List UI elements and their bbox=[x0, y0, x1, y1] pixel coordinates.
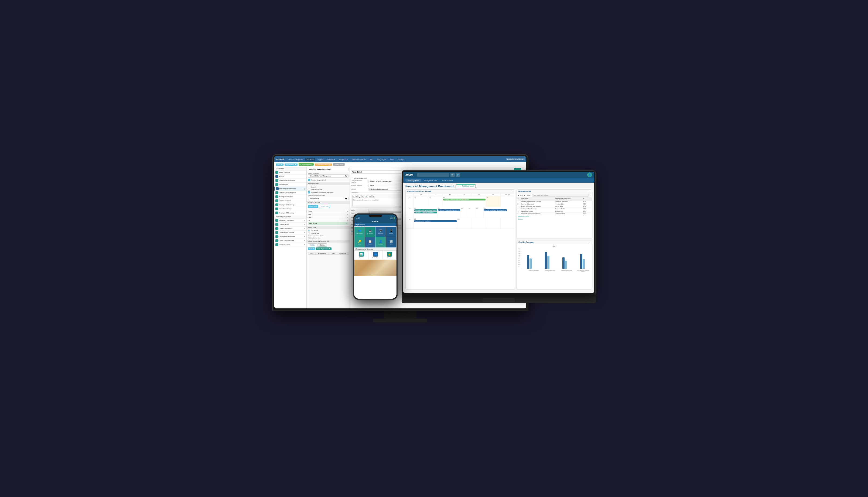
sidebar-item-onboarding[interactable]: Employee On-boarding bbox=[274, 203, 306, 207]
service-rating-checkbox[interactable]: ✓ Service rating enabled bbox=[308, 179, 348, 181]
sidebar-item-request-reimbursement[interactable]: Request Reimbursement ▲ bbox=[274, 187, 306, 191]
phone-management-item-people[interactable]: 👥 People Mgmt bbox=[368, 251, 382, 259]
phone-management-item-reports[interactable]: 📊 Reports bbox=[355, 251, 368, 259]
service-x-dining[interactable]: ✕ bbox=[347, 211, 348, 213]
cal-event-it-services[interactable]: CHG-001 / IT Services GDPR Day... bbox=[414, 212, 437, 213]
tab-background-data[interactable]: Background data bbox=[422, 179, 439, 182]
business-list-search[interactable] bbox=[532, 194, 588, 197]
unpublish-button[interactable]: ✕ Unpublish bbox=[333, 163, 345, 166]
table-row[interactable]: 3 Poteza Innovative Cloud Services Alank… bbox=[517, 205, 592, 208]
table-row[interactable]: 4 Anderssen Data Recovery Baumann Annika… bbox=[517, 208, 592, 210]
phone-grid-item-workspace[interactable]: 🖥️ Workspace bbox=[375, 227, 386, 237]
edit-dashboard-button[interactable]: ✏ ✏ Edit Dashboard bbox=[455, 184, 476, 188]
nav-tab-integrations[interactable]: Integrations bbox=[337, 158, 350, 161]
add-field-button[interactable]: Add ▼ bbox=[308, 247, 315, 250]
phone-management-item-security[interactable]: 🔒 Security bbox=[382, 251, 396, 259]
cal-event-ldap[interactable]: CHG-001 / LDAP Services GDPR Day... bbox=[414, 209, 437, 211]
cal-event-financial[interactable]: CHG-SSB / Financial Services GDPR... bbox=[438, 209, 460, 211]
support-channel-select[interactable]: Efecte HR Service Management bbox=[308, 174, 348, 178]
sidebar-x-icon[interactable]: ✕ bbox=[304, 244, 305, 246]
sidebar-x-icon[interactable]: ✕ bbox=[304, 227, 305, 230]
link-button[interactable]: 🔗 bbox=[365, 195, 368, 198]
sidebar-x-icon[interactable]: ✕ bbox=[304, 223, 305, 226]
sidebar-item-new-cost-center[interactable]: New Cost Center ✕ bbox=[274, 243, 306, 247]
user-avatar[interactable]: 👤 bbox=[587, 172, 592, 177]
sidebar-item-employment-info[interactable]: Employment Information ✕ bbox=[274, 235, 306, 239]
sidebar-item-direct-deposit[interactable]: Direct Deposit Account ✕ bbox=[274, 231, 306, 235]
chart-expand-icon[interactable]: ⛶ bbox=[589, 241, 590, 243]
sidebar-item-new-workspace[interactable]: Request New Workspace bbox=[274, 191, 306, 195]
sidebar-x-icon[interactable]: ✕ bbox=[304, 219, 305, 222]
nav-tab-support[interactable]: Support bbox=[316, 158, 325, 161]
published-button[interactable]: ✓ Published (21) bbox=[299, 163, 314, 166]
bold-button[interactable]: B bbox=[352, 195, 355, 198]
add-item-button[interactable]: + Add item bbox=[308, 205, 318, 208]
laptop-trackpad[interactable] bbox=[482, 298, 515, 302]
business-list-expand-icon[interactable]: ⛶ bbox=[589, 191, 590, 193]
table-row[interactable]: 2 Hartman Dataanalysis Kinnunen Jukka AC… bbox=[517, 203, 592, 205]
calendar-event-chg001[interactable]: CHG-001 / Etablisatno x-tier service ins… bbox=[443, 199, 486, 200]
phone-grid-item-access[interactable]: 🔑 Access bbox=[355, 237, 365, 247]
phone-grid-item-hr[interactable]: 👥 HR Services bbox=[355, 227, 365, 237]
phone-grid-item-employee[interactable]: 👤 Employee bbox=[375, 237, 386, 247]
sidebar-item-remove-personal[interactable]: Remove Personal bbox=[274, 199, 306, 203]
nav-tab-settings[interactable]: Settings bbox=[396, 158, 406, 161]
sidebar-item-offboarding[interactable]: Employee Off-boarding bbox=[274, 211, 306, 215]
service-x-tax[interactable]: ✕ bbox=[347, 219, 348, 222]
reimbursement-title-input[interactable] bbox=[308, 168, 348, 171]
pending-changes-button[interactable]: ⏱ Pending changes bbox=[315, 164, 332, 166]
service-x-other[interactable]: ✕ bbox=[347, 216, 348, 218]
underline-button[interactable]: U bbox=[358, 195, 361, 198]
add-button[interactable]: Add ▼ bbox=[276, 164, 284, 166]
sidebar-x-icon[interactable]: ✕ bbox=[304, 231, 305, 234]
visibility-override[interactable]: Override with: bbox=[308, 232, 348, 235]
italic-button[interactable]: I bbox=[356, 195, 358, 198]
table-row[interactable]: 6 Clockhoff- Landesvater Servicing Gusta… bbox=[517, 213, 592, 215]
items-per-order-select[interactable]: Several items bbox=[308, 197, 348, 200]
all-services-button[interactable]: All services ▼ bbox=[285, 164, 298, 166]
nav-tab-support-channels[interactable]: Support Channels bbox=[350, 158, 367, 161]
sidebar-item-end-employment[interactable]: End of Employment Inf... ✕ bbox=[274, 239, 306, 243]
phone-grid-item-it[interactable]: 💻 IT Services bbox=[365, 227, 375, 237]
cal-event-app-server-44[interactable]: Application server installation bbox=[414, 220, 457, 222]
cal-event-app-server-43[interactable]: CHG-001 / Application server installatio… bbox=[484, 209, 507, 211]
nav-tab-feedback[interactable]: Feedback bbox=[326, 158, 337, 161]
undo-button[interactable]: ↩ bbox=[369, 195, 372, 198]
redo-button[interactable]: ↪ bbox=[372, 195, 375, 198]
nav-tab-services[interactable]: Services bbox=[305, 158, 315, 161]
sidebar-item-change-role[interactable]: Change of role ✕ bbox=[274, 223, 306, 227]
sidebar-item-job-change[interactable]: Internal Job Change bbox=[274, 207, 306, 211]
add-line-button[interactable]: + Add line bbox=[320, 205, 330, 208]
sidebar-x-icon[interactable]: ✕ bbox=[304, 240, 305, 242]
add-myservice-button[interactable]: Add MyService ▼ bbox=[316, 247, 332, 250]
fields-tab[interactable]: Fields bbox=[308, 243, 317, 246]
codes-tab[interactable]: Codes bbox=[317, 243, 327, 246]
approved-efecte[interactable]: ✓ Set by Efecte Service Management bbox=[308, 191, 348, 194]
approved-dedicated[interactable]: Dedicated person bbox=[308, 189, 348, 191]
tab-working-space[interactable]: Working space bbox=[405, 179, 421, 182]
sidebar-item-beneficiary[interactable]: Beneficiary Information ✕ bbox=[274, 218, 306, 223]
sidebar-item-request-services[interactable]: Serv cas and , bbox=[274, 183, 306, 187]
calendar-expand-icon[interactable]: ⛶ bbox=[512, 191, 513, 193]
search-icon[interactable]: 🔍 bbox=[450, 173, 455, 177]
nav-tab-sites[interactable]: Sites bbox=[368, 158, 375, 161]
service-x-train-ticket[interactable]: ✕ bbox=[346, 222, 348, 225]
nav-tab-roles[interactable]: Roles bbox=[388, 158, 396, 161]
sidebar-x-icon[interactable]: ✕ bbox=[304, 236, 305, 238]
nav-tab-service-categories[interactable]: Service Categories bbox=[287, 158, 305, 161]
table-row[interactable]: 1 Western Poland Security Solutions Rutk… bbox=[517, 200, 592, 203]
dashboard-search[interactable] bbox=[417, 173, 449, 177]
service-x-hotel[interactable]: ✕ bbox=[347, 213, 348, 216]
sidebar-item-personal-info[interactable]: My Personal Information bbox=[274, 179, 306, 183]
approved-superior[interactable]: Superior bbox=[308, 186, 348, 188]
sidebar-item-report-hr[interactable]: Report HR Issue bbox=[274, 171, 306, 174]
table-row[interactable]: 5 Vanda Data Storage Engberg Ivan ACR bbox=[517, 210, 592, 213]
phone-grid-item-devices[interactable]: 📱 Devices bbox=[386, 227, 396, 237]
sidebar-item-app-hr[interactable]: App HR bbox=[274, 174, 306, 179]
phone-grid-item-facilities[interactable]: 🏢 Facilities bbox=[386, 237, 396, 247]
format-button[interactable]: ≡ bbox=[361, 195, 364, 198]
bell-icon[interactable]: 🐦 bbox=[456, 173, 460, 177]
visibility-use-default[interactable]: Use default bbox=[308, 230, 348, 232]
sidebar-item-contact-info[interactable]: Contact Information ✕ bbox=[274, 227, 306, 231]
pagination-prev[interactable]: ◀ bbox=[518, 195, 519, 196]
